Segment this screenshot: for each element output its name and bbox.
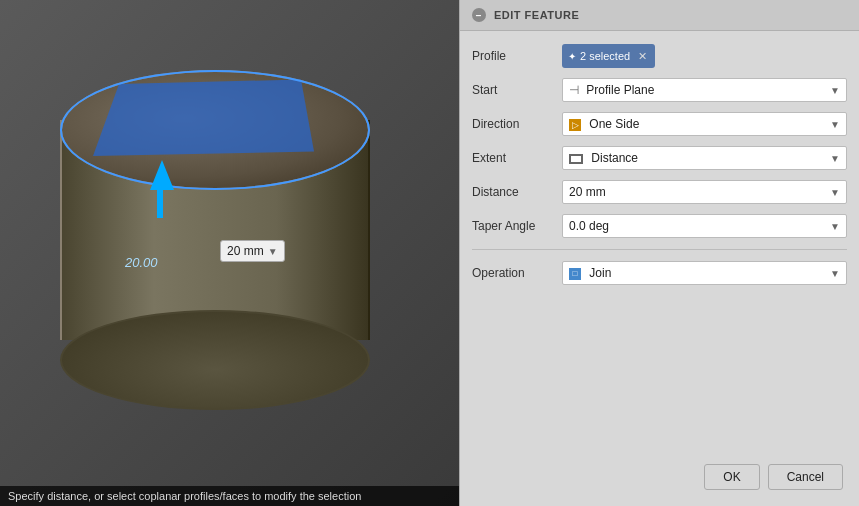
- edit-feature-panel: − EDIT FEATURE Profile ✦ 2 selected ✕ St…: [459, 0, 859, 506]
- distance-value: 20 mm: [569, 185, 606, 199]
- 3d-distance-label: 20.00: [125, 255, 158, 270]
- top-ellipse-outline: [60, 70, 370, 190]
- 3d-viewport[interactable]: 20.00 20 mm ▼ Specify distance, or selec…: [0, 0, 460, 506]
- extent-icon: [569, 154, 583, 164]
- profile-row: Profile ✦ 2 selected ✕: [460, 39, 859, 73]
- distance-control: 20 mm ▼: [562, 180, 847, 204]
- status-bar: Specify distance, or select coplanar pro…: [0, 486, 460, 506]
- dimension-popup[interactable]: 20 mm ▼: [220, 240, 285, 262]
- distance-arrow: ▼: [830, 187, 840, 198]
- profile-chip[interactable]: ✦ 2 selected ✕: [562, 44, 655, 68]
- direction-dropdown-content: ▷ One Side: [569, 117, 639, 131]
- profile-control: ✦ 2 selected ✕: [562, 44, 847, 68]
- form-area: Profile ✦ 2 selected ✕ Start ⊣ Profile P…: [460, 31, 859, 298]
- operation-value: Join: [589, 266, 611, 280]
- direction-icon: ▷: [569, 119, 581, 131]
- operation-dropdown[interactable]: □ Join ▼: [562, 261, 847, 285]
- dim-value: 20 mm: [227, 244, 264, 258]
- dim-dropdown-arrow[interactable]: ▼: [268, 246, 278, 257]
- direction-arrow-shaft: [157, 188, 163, 218]
- direction-dropdown-arrow: ▼: [830, 119, 840, 130]
- ok-button[interactable]: OK: [704, 464, 759, 490]
- start-row: Start ⊣ Profile Plane ▼: [460, 73, 859, 107]
- operation-label: Operation: [472, 266, 562, 280]
- start-icon: ⊣: [569, 83, 579, 97]
- direction-value: One Side: [589, 117, 639, 131]
- collapse-icon[interactable]: −: [472, 8, 486, 22]
- start-value: Profile Plane: [586, 83, 654, 97]
- distance-row: Distance 20 mm ▼: [460, 175, 859, 209]
- profile-label: Profile: [472, 49, 562, 63]
- start-dropdown[interactable]: ⊣ Profile Plane ▼: [562, 78, 847, 102]
- start-label: Start: [472, 83, 562, 97]
- extent-value: Distance: [591, 151, 638, 165]
- direction-row: Direction ▷ One Side ▼: [460, 107, 859, 141]
- start-control: ⊣ Profile Plane ▼: [562, 78, 847, 102]
- taper-control: 0.0 deg ▼: [562, 214, 847, 238]
- direction-arrow: [150, 160, 174, 190]
- operation-control: □ Join ▼: [562, 261, 847, 285]
- distance-label: Distance: [472, 185, 562, 199]
- start-dropdown-content: ⊣ Profile Plane: [569, 83, 654, 97]
- taper-input[interactable]: 0.0 deg ▼: [562, 214, 847, 238]
- profile-chip-text: 2 selected: [580, 50, 630, 62]
- profile-icon: ✦: [568, 51, 576, 62]
- status-text: Specify distance, or select coplanar pro…: [8, 490, 361, 502]
- start-dropdown-arrow: ▼: [830, 85, 840, 96]
- extent-row: Extent Distance ▼: [460, 141, 859, 175]
- taper-arrow: ▼: [830, 221, 840, 232]
- operation-dropdown-arrow: ▼: [830, 268, 840, 279]
- profile-close-button[interactable]: ✕: [638, 50, 647, 63]
- extent-control: Distance ▼: [562, 146, 847, 170]
- extent-dropdown-arrow: ▼: [830, 153, 840, 164]
- extent-label: Extent: [472, 151, 562, 165]
- extent-dropdown[interactable]: Distance ▼: [562, 146, 847, 170]
- taper-row: Taper Angle 0.0 deg ▼: [460, 209, 859, 243]
- direction-control: ▷ One Side ▼: [562, 112, 847, 136]
- operation-dropdown-content: □ Join: [569, 266, 611, 280]
- cylinder-bottom: [60, 310, 370, 410]
- action-buttons: OK Cancel: [704, 464, 843, 490]
- panel-header: − EDIT FEATURE: [460, 0, 859, 31]
- operation-icon: □: [569, 268, 581, 280]
- extent-dropdown-content: Distance: [569, 151, 638, 165]
- direction-label: Direction: [472, 117, 562, 131]
- distance-input[interactable]: 20 mm ▼: [562, 180, 847, 204]
- direction-dropdown[interactable]: ▷ One Side ▼: [562, 112, 847, 136]
- taper-value: 0.0 deg: [569, 219, 609, 233]
- operation-row: Operation □ Join ▼: [460, 256, 859, 290]
- cancel-button[interactable]: Cancel: [768, 464, 843, 490]
- separator: [472, 249, 847, 250]
- taper-label: Taper Angle: [472, 219, 562, 233]
- panel-title: EDIT FEATURE: [494, 9, 579, 21]
